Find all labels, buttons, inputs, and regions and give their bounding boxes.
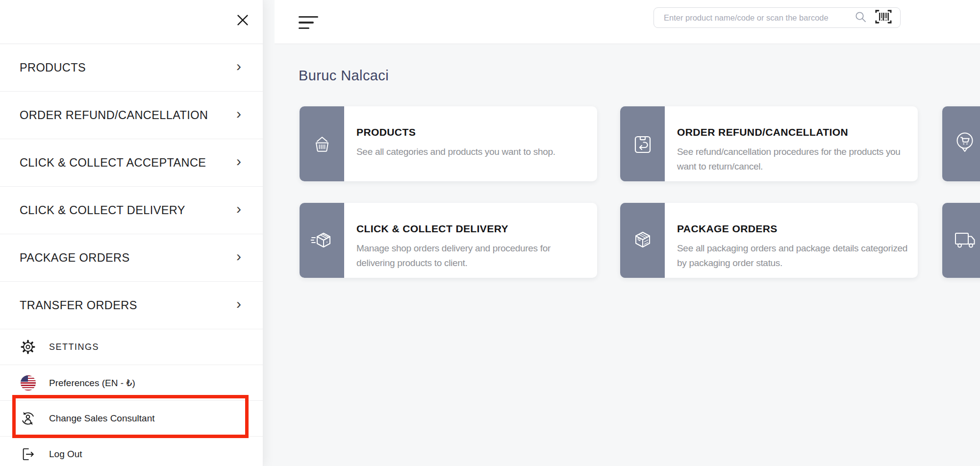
package-box-icon (620, 203, 665, 278)
card-description: See all categories and products you want… (356, 145, 592, 159)
card-body: ORDER REFUND/CANCELLATION See refund/can… (665, 106, 918, 181)
drawer-item-preferences[interactable]: Preferences (EN - ₺) (0, 365, 263, 401)
navigation-drawer: PRODUCTS › ORDER REFUND/CANCELLATION › C… (0, 0, 263, 466)
drawer-item-label: ORDER REFUND/CANCELLATION (20, 109, 208, 122)
card-click-collect-delivery[interactable]: CLICK & COLLECT DELIVERY Manage shop ord… (300, 203, 597, 278)
product-search-box (653, 7, 901, 28)
gear-icon (20, 339, 36, 355)
drawer-item-label: PRODUCTS (20, 61, 86, 74)
logout-icon (20, 446, 36, 462)
card-package-orders[interactable]: PACKAGE ORDERS See all packaging orders … (620, 203, 918, 278)
search-input[interactable] (664, 13, 851, 23)
return-box-icon (620, 106, 665, 181)
drawer-item-click-collect-acceptance[interactable]: CLICK & COLLECT ACCEPTANCE › (0, 139, 263, 187)
drawer-header (0, 0, 263, 44)
close-icon[interactable] (233, 11, 252, 29)
drawer-item-label: Change Sales Consultant (49, 413, 154, 424)
drawer-item-label: SETTINGS (49, 342, 99, 352)
drawer-item-click-collect-delivery[interactable]: CLICK & COLLECT DELIVERY › (0, 187, 263, 234)
search-icon (854, 11, 867, 25)
app-header (275, 0, 980, 44)
shipping-box-icon (300, 203, 344, 278)
drawer-item-label: TRANSFER ORDERS (20, 299, 137, 312)
person-refresh-icon (20, 410, 36, 427)
drawer-item-change-sales-consultant[interactable]: Change Sales Consultant (0, 401, 263, 437)
card-transfer-orders-partial[interactable] (942, 203, 980, 278)
card-title: PRODUCTS (356, 126, 592, 138)
truck-icon (953, 229, 977, 252)
pin-cart-icon (954, 131, 976, 157)
card-body: PACKAGE ORDERS See all packaging orders … (665, 203, 918, 278)
hamburger-line (299, 27, 309, 29)
drawer-item-log-out[interactable]: Log Out (0, 437, 263, 466)
card-body: PRODUCTS See all categories and products… (344, 106, 597, 181)
drawer-item-transfer-orders[interactable]: TRANSFER ORDERS › (0, 282, 263, 329)
card-order-refund-cancellation[interactable]: ORDER REFUND/CANCELLATION See refund/can… (620, 106, 918, 181)
card-products[interactable]: PRODUCTS See all categories and products… (300, 106, 597, 181)
drawer-item-products[interactable]: PRODUCTS › (0, 44, 263, 92)
drawer-item-label: Log Out (49, 449, 82, 460)
drawer-item-label: PACKAGE ORDERS (20, 251, 130, 265)
card-description: See all packaging orders and package det… (677, 241, 913, 270)
card-body: CLICK & COLLECT DELIVERY Manage shop ord… (344, 203, 597, 278)
hamburger-icon[interactable] (299, 16, 318, 29)
card-title: ORDER REFUND/CANCELLATION (677, 126, 913, 138)
drawer-item-settings[interactable]: SETTINGS (0, 329, 263, 365)
card-title: CLICK & COLLECT DELIVERY (356, 223, 592, 235)
page-title: Buruc Nalcaci (299, 68, 389, 84)
barcode-scan-icon[interactable] (874, 8, 893, 27)
card-click-collect-acceptance-partial[interactable] (942, 106, 980, 181)
card-description: Manage shop orders delivery and procedur… (356, 241, 592, 270)
basket-icon (300, 106, 344, 181)
dashboard-cards: PRODUCTS See all categories and products… (300, 106, 918, 278)
drawer-item-label: Preferences (EN - ₺) (49, 377, 135, 389)
drawer-item-label: CLICK & COLLECT ACCEPTANCE (20, 156, 206, 170)
drawer-item-package-orders[interactable]: PACKAGE ORDERS › (0, 234, 263, 282)
card-description: See refund/cancellation procedures for t… (677, 145, 913, 174)
us-flag-icon (20, 375, 36, 391)
card-title: PACKAGE ORDERS (677, 223, 913, 235)
drawer-item-label: CLICK & COLLECT DELIVERY (20, 204, 185, 217)
hamburger-line (299, 22, 314, 23)
hamburger-line (299, 16, 318, 18)
drawer-item-order-refund-cancellation[interactable]: ORDER REFUND/CANCELLATION › (0, 92, 263, 139)
